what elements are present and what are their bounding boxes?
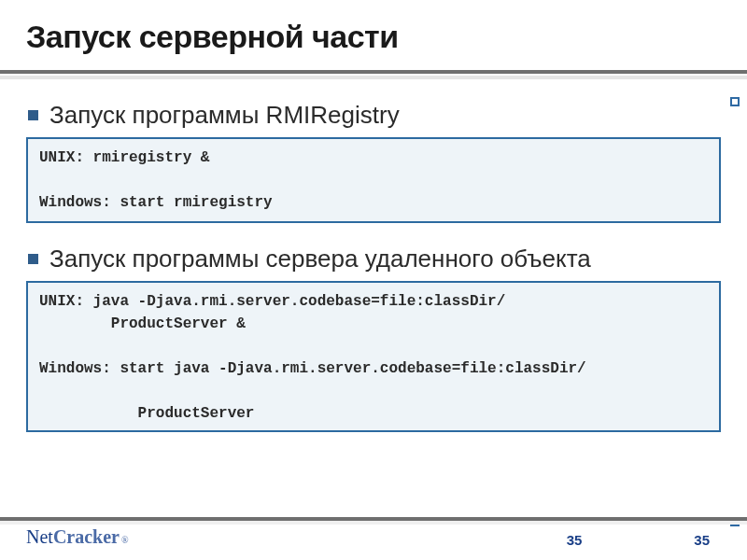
bullet-icon	[28, 254, 38, 264]
logo-text-net: Net	[26, 526, 53, 548]
code-block-rmiregistry: UNIX: rmiregistry & Windows: start rmire…	[26, 137, 721, 223]
slide-content: Запуск программы RMIRegistry UNIX: rmire…	[26, 100, 721, 432]
decor-square-icon	[730, 97, 740, 106]
slide: Запуск серверной части Запуск программы …	[0, 0, 747, 560]
page-number: 35	[694, 532, 710, 548]
logo: NetCracker®	[26, 526, 129, 548]
slide-title: Запуск серверной части	[26, 19, 721, 55]
bullet-item: Запуск программы RMIRegistry	[26, 100, 721, 132]
page-numbers: 35 35	[567, 532, 710, 548]
bullet-text: Запуск программы сервера удаленного объе…	[49, 244, 591, 275]
bullet-icon	[28, 110, 38, 120]
code-block-server: UNIX: java -Djava.rmi.server.codebase=fi…	[26, 281, 721, 432]
bullet-text: Запуск программы RMIRegistry	[49, 100, 400, 132]
title-underline	[0, 70, 747, 74]
logo-text-cracker: Cracker	[53, 526, 120, 548]
page-number: 35	[567, 532, 583, 548]
logo-registered-icon: ®	[121, 535, 129, 545]
bullet-item: Запуск программы сервера удаленного объе…	[26, 244, 721, 275]
footer-divider	[0, 517, 747, 521]
footer: NetCracker® 35 35	[0, 517, 747, 560]
